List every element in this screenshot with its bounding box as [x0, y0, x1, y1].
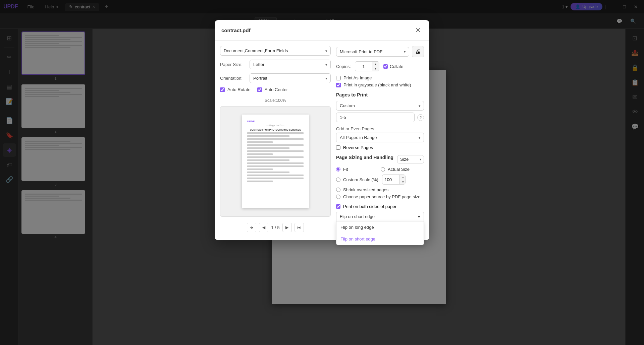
pages-info-icon[interactable]: ?	[417, 114, 424, 121]
copies-row: Copies: ▲ ▼ Collate	[336, 61, 424, 71]
scale-down-button[interactable]: ▼	[399, 180, 406, 184]
print-grayscale-label: Print in grayscale (black and white)	[343, 82, 411, 87]
preview-contract-title: CONTRACT FOR PHOTOGRAPHIC SERVICES	[247, 129, 304, 131]
custom-scale-label: Custom Scale (%):	[343, 177, 379, 182]
scale-up-button[interactable]: ▲	[399, 175, 406, 180]
copies-up-button[interactable]: ▲	[372, 62, 379, 66]
orientation-dropdown[interactable]: Portrait	[250, 73, 331, 83]
orientation-label: Orientation:	[220, 76, 247, 81]
print-both-sides-label: Print on both sides of paper	[343, 204, 396, 209]
print-grayscale-row: Print in grayscale (black and white)	[336, 82, 424, 87]
fit-label: Fit	[343, 167, 348, 172]
auto-rotate-row: Auto Rotate	[220, 87, 251, 92]
choose-paper-label: Choose paper source by PDF page size	[343, 194, 421, 199]
flip-select-container: Flip on short edge ▾ Flip on long edge F…	[336, 212, 424, 221]
flip-dropdown: Flip on long edge Flip on short edge	[336, 221, 424, 245]
flip-option-long[interactable]: Flip on long edge	[336, 221, 424, 233]
auto-rotate-checkbox[interactable]	[220, 87, 225, 92]
content-select-wrapper: Document,Comment,Form Fields	[220, 46, 331, 56]
print-both-sides-row: Print on both sides of paper	[336, 204, 424, 209]
prev-page-button[interactable]: ◀	[259, 223, 268, 232]
fit-radio-row: Fit	[336, 167, 379, 172]
dialog-header: contract.pdf ✕	[215, 20, 429, 41]
reverse-pages-row: Reverse Pages	[336, 145, 424, 150]
copies-input-wrapper: ▲ ▼	[355, 61, 379, 71]
print-dialog: contract.pdf ✕ Document,Comment,Form Fie…	[215, 20, 429, 240]
flip-option-short[interactable]: Flip on short edge	[336, 233, 424, 245]
printer-icon: 🖨	[415, 49, 421, 55]
printer-select-wrapper: Microsoft Print to PDF	[336, 47, 409, 57]
sizing-header: Page Sizing and Handling Size	[336, 155, 424, 163]
fit-radio[interactable]	[336, 167, 340, 171]
paper-size-dropdown[interactable]: Letter	[250, 60, 331, 69]
scale-label: Scale:100%	[220, 98, 331, 103]
odd-even-dropdown[interactable]: All Pages in Range	[336, 133, 424, 142]
scale-spinners: ▲ ▼	[399, 175, 406, 184]
pages-input-row: ?	[336, 113, 424, 122]
flip-dropdown-icon: ▾	[418, 214, 420, 219]
dialog-pagination: ⏮ ◀ 1 / 5 ▶ ⏭	[220, 220, 331, 235]
content-dropdown-row: Document,Comment,Form Fields	[220, 46, 331, 56]
paper-size-row: Paper Size: Letter	[220, 60, 331, 69]
print-both-sides-checkbox[interactable]	[336, 204, 340, 209]
actual-size-radio-row: Actual Size	[381, 167, 424, 172]
next-page-button[interactable]: ▶	[282, 223, 292, 232]
printer-row: Microsoft Print to PDF 🖨	[336, 46, 424, 57]
print-as-image-row: Print As Image	[336, 75, 424, 80]
print-as-image-label: Print As Image	[343, 75, 372, 80]
actual-size-radio[interactable]	[381, 167, 385, 171]
scale-input[interactable]	[382, 176, 399, 184]
content-dropdown[interactable]: Document,Comment,Form Fields	[220, 46, 331, 56]
paper-size-select-wrapper: Letter	[250, 60, 331, 69]
preview-page: UPDF — Page 1 of 5 — CONTRACT FOR PHOTOG…	[242, 115, 309, 208]
dialog-body: Document,Comment,Form Fields Paper Size:…	[215, 41, 429, 240]
reverse-pages-label: Reverse Pages	[343, 145, 373, 150]
pages-dropdown[interactable]: Custom	[336, 101, 424, 111]
preview-logo: UPDF	[247, 120, 304, 123]
auto-center-label: Auto Center	[265, 87, 288, 92]
orientation-row: Orientation: Portrait	[220, 73, 331, 83]
custom-scale-radio[interactable]	[336, 178, 340, 182]
scale-input-wrapper: ▲ ▼	[382, 175, 406, 185]
page-current: 1 / 5	[271, 225, 279, 230]
printer-settings-button[interactable]: 🖨	[412, 46, 424, 57]
copies-spinners: ▲ ▼	[372, 62, 379, 71]
shrink-radio[interactable]	[336, 188, 340, 192]
flip-select-button[interactable]: Flip on short edge ▾	[336, 212, 424, 221]
copies-label: Copies:	[336, 64, 351, 69]
auto-rotate-label: Auto Rotate	[227, 87, 251, 92]
print-as-image-checkbox[interactable]	[336, 76, 341, 80]
choose-paper-radio[interactable]	[336, 195, 340, 199]
print-grayscale-checkbox[interactable]	[336, 83, 341, 87]
auto-center-checkbox[interactable]	[257, 87, 262, 92]
reverse-pages-checkbox[interactable]	[336, 145, 340, 150]
dialog-close-button[interactable]: ✕	[413, 25, 423, 35]
odd-even-label: Odd or Even Pages	[336, 126, 424, 131]
shrink-radio-row: Shrink oversized pages	[336, 187, 424, 192]
collate-checkbox[interactable]	[383, 64, 388, 69]
dialog-title: contract.pdf	[221, 27, 251, 33]
printer-dropdown[interactable]: Microsoft Print to PDF	[336, 47, 409, 57]
shrink-label: Shrink oversized pages	[343, 187, 388, 192]
sizing-section: Page Sizing and Handling Size Fit	[336, 155, 424, 199]
copies-input[interactable]	[355, 62, 372, 71]
collate-row: Collate	[383, 64, 403, 69]
preview-area: UPDF — Page 1 of 5 — CONTRACT FOR PHOTOG…	[220, 106, 331, 217]
pages-dropdown-wrapper: Custom	[336, 101, 424, 111]
custom-scale-row: Custom Scale (%): ▲ ▼	[336, 175, 424, 185]
collate-label: Collate	[390, 64, 403, 69]
odd-even-select-wrapper: All Pages in Range	[336, 133, 424, 142]
dialog-right-panel: Microsoft Print to PDF 🖨 Copies: ▲ ▼	[336, 46, 424, 235]
pages-range-input[interactable]	[336, 113, 415, 122]
first-page-button[interactable]: ⏮	[247, 223, 256, 232]
choose-paper-radio-row: Choose paper source by PDF page size	[336, 194, 424, 199]
pages-section-title: Pages to Print	[336, 92, 424, 97]
sizing-mode-dropdown[interactable]: Size	[397, 155, 424, 163]
auto-center-row: Auto Center	[257, 87, 288, 92]
actual-size-label: Actual Size	[388, 167, 410, 172]
last-page-button[interactable]: ⏭	[294, 223, 304, 232]
paper-size-label: Paper Size:	[220, 62, 247, 67]
flip-selected-label: Flip on short edge	[340, 214, 375, 219]
copies-down-button[interactable]: ▼	[372, 66, 379, 71]
odd-even-row: Odd or Even Pages All Pages in Range	[336, 126, 424, 142]
